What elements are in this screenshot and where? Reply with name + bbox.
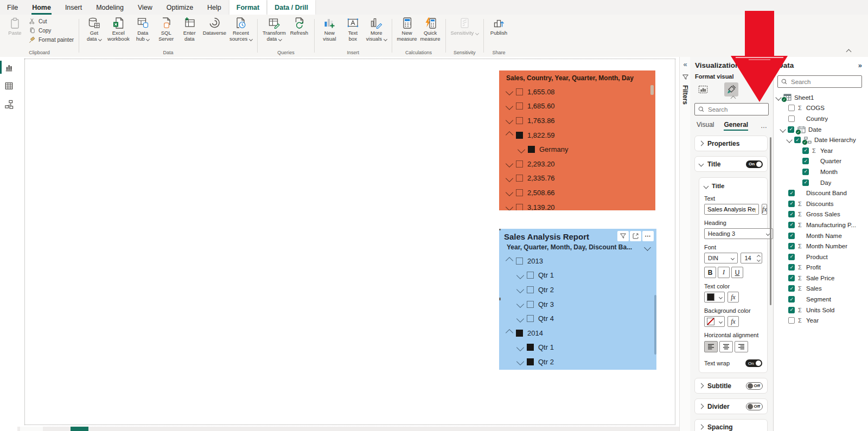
- collapse-ribbon-button[interactable]: [847, 46, 851, 56]
- chevron-up-icon[interactable]: [506, 329, 513, 337]
- card-subtitle[interactable]: Subtitle Off: [694, 378, 768, 394]
- font-family-dropdown[interactable]: DIN: [704, 253, 738, 263]
- checkbox[interactable]: [516, 102, 523, 110]
- align-right-button[interactable]: [735, 341, 748, 352]
- chevron-down-icon[interactable]: [704, 183, 709, 189]
- recent-sources-button[interactable]: Recentsources: [228, 15, 254, 42]
- slicer-item-qtr-3[interactable]: Qtr 3: [499, 297, 656, 312]
- slicer-item-1-655-08[interactable]: 1,655.08: [499, 85, 655, 99]
- card-properties[interactable]: Properties: [694, 136, 768, 151]
- more-visuals-button[interactable]: Morevisuals: [365, 15, 388, 42]
- field-checkbox[interactable]: [788, 115, 795, 122]
- checkbox[interactable]: [516, 330, 523, 337]
- background-color-fx-button[interactable]: fx: [727, 316, 739, 327]
- slicer-item-1-685-60[interactable]: 1,685.60: [499, 99, 655, 114]
- field-month-number[interactable]: ΣMonth Number: [774, 241, 868, 252]
- field-checkbox[interactable]: [788, 201, 795, 207]
- more-options-icon[interactable]: ⋯: [642, 231, 654, 241]
- enter-data-button[interactable]: Enterdata: [178, 15, 201, 42]
- field-checkbox[interactable]: [802, 158, 809, 164]
- field-cogs[interactable]: ΣCOGS: [774, 103, 868, 114]
- field-day[interactable]: Day: [774, 177, 868, 188]
- chevron-down-icon[interactable]: [506, 175, 513, 182]
- chevron-down-icon[interactable]: [516, 272, 524, 279]
- format-visual-icon[interactable]: [724, 82, 738, 97]
- data-hub-button[interactable]: Datahub: [131, 15, 155, 42]
- checkbox[interactable]: [516, 175, 523, 182]
- title-text-input[interactable]: [704, 204, 759, 215]
- expand-filters-icon[interactable]: «: [683, 60, 687, 68]
- checkbox[interactable]: [516, 204, 523, 210]
- field-units-sold[interactable]: ΣUnits Sold: [774, 305, 868, 316]
- checkbox[interactable]: [516, 88, 523, 95]
- align-center-button[interactable]: [719, 341, 733, 352]
- card-divider[interactable]: Divider Off: [694, 398, 768, 414]
- chevron-up-icon[interactable]: [506, 257, 513, 265]
- field-month[interactable]: Month: [774, 166, 868, 177]
- field-quarter[interactable]: Quarter: [774, 156, 868, 167]
- menu-data-drill[interactable]: Data / Drill: [267, 0, 315, 15]
- copy-button[interactable]: Copy: [27, 26, 75, 35]
- checkbox[interactable]: [516, 117, 523, 124]
- chevron-down-icon[interactable]: [506, 203, 513, 210]
- card-title[interactable]: Title On: [694, 156, 768, 172]
- slicer-field-header[interactable]: Year, Quarter, Month, Day, Discount Ba..…: [499, 241, 656, 252]
- slicer-item-qtr-1[interactable]: Qtr 1: [499, 268, 656, 283]
- refresh-button[interactable]: Refresh: [288, 15, 311, 36]
- collapse-data-pane-icon[interactable]: »: [858, 61, 862, 69]
- italic-button[interactable]: I: [718, 267, 730, 278]
- chevron-down-icon[interactable]: [786, 137, 792, 143]
- field-checkbox[interactable]: [802, 179, 809, 186]
- card-spacing[interactable]: Spacing: [694, 419, 768, 431]
- table-view-icon[interactable]: [0, 78, 17, 94]
- new-visual-button[interactable]: Newvisual: [318, 15, 341, 42]
- chevron-down-icon[interactable]: [518, 146, 525, 153]
- format-painter-button[interactable]: Format painter: [27, 35, 75, 44]
- new-measure-button[interactable]: Newmeasure: [395, 15, 419, 42]
- chevron-down-icon[interactable]: [516, 315, 524, 323]
- chevron-down-icon[interactable]: [506, 189, 513, 196]
- model-view-icon[interactable]: [0, 96, 17, 112]
- slicer-item-qtr-4[interactable]: Qtr 4: [499, 311, 656, 326]
- checkbox[interactable]: [516, 258, 523, 265]
- bold-button[interactable]: B: [704, 267, 716, 278]
- slicer-item-1-763-86[interactable]: 1,763.86: [499, 113, 655, 128]
- text-color-fx-button[interactable]: fx: [727, 292, 739, 303]
- field-checkbox[interactable]: [788, 264, 795, 271]
- field-product[interactable]: Product: [774, 252, 868, 262]
- text-color-swatch-dropdown[interactable]: [704, 292, 725, 303]
- field-checkbox[interactable]: [788, 105, 795, 111]
- slicer-item-3-139-20[interactable]: 3,139.20: [499, 200, 655, 210]
- tab-general[interactable]: General: [724, 121, 748, 131]
- sql-server-button[interactable]: SQLServer: [155, 15, 178, 42]
- field-country[interactable]: Country: [774, 113, 868, 124]
- field-segment[interactable]: Segment: [774, 294, 868, 305]
- chevron-down-icon[interactable]: [516, 358, 524, 365]
- transform-data-button[interactable]: Transformdata: [261, 15, 288, 42]
- slicer-item-2-508-66[interactable]: 2,508.66: [499, 185, 655, 200]
- slicer-item-1-822-59[interactable]: 1,822.59: [499, 128, 655, 143]
- chevron-down-icon[interactable]: [506, 102, 513, 110]
- field-date-hierarchy[interactable]: ✓Date Hierarchy: [774, 134, 868, 145]
- field-checkbox[interactable]: [788, 317, 795, 324]
- slicer-item-2-335-76[interactable]: 2,335.76: [499, 171, 655, 186]
- field-discounts[interactable]: ΣDiscounts: [774, 198, 868, 209]
- underline-button[interactable]: U: [731, 267, 743, 278]
- field-checkbox[interactable]: [788, 211, 795, 217]
- text-wrap-toggle[interactable]: On: [745, 359, 762, 367]
- chevron-down-icon[interactable]: [516, 344, 524, 351]
- chevron-down-icon[interactable]: [516, 300, 524, 308]
- quick-measure-button[interactable]: Quickmeasure: [419, 15, 442, 42]
- divider-toggle[interactable]: Off: [746, 403, 763, 410]
- field-checkbox[interactable]: [788, 126, 794, 133]
- title-text-fx-button[interactable]: fx: [762, 204, 767, 215]
- checkbox[interactable]: [516, 160, 523, 168]
- menu-optimize[interactable]: Optimize: [159, 0, 200, 15]
- heading-dropdown[interactable]: Heading 3: [704, 228, 773, 239]
- cut-button[interactable]: Cut: [27, 17, 75, 26]
- checkbox[interactable]: [527, 301, 534, 308]
- field-year[interactable]: ΣYear: [774, 315, 868, 326]
- selection-handle[interactable]: [499, 229, 501, 230]
- checkbox[interactable]: [527, 344, 534, 351]
- slicer-item-qtr-2[interactable]: Qtr 2: [499, 282, 656, 297]
